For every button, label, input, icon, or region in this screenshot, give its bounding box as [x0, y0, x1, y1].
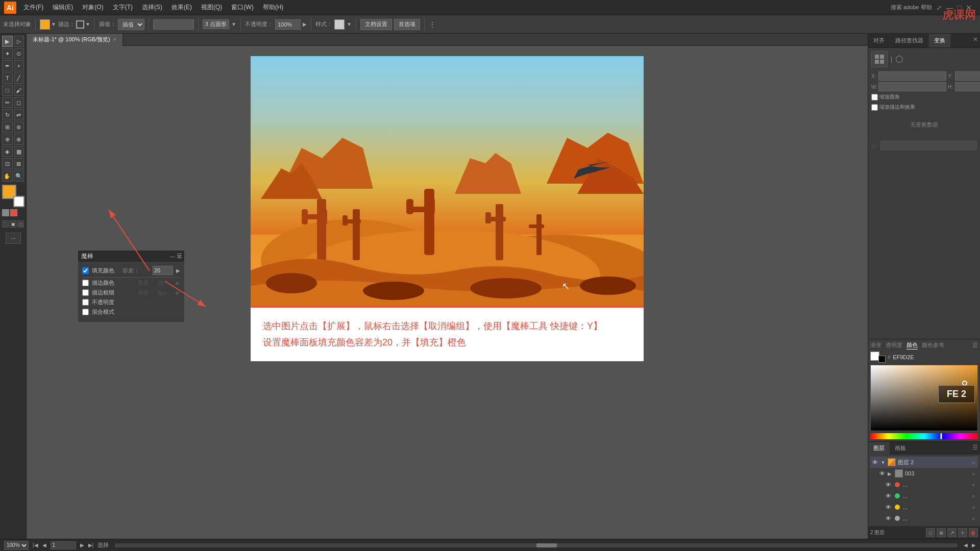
stroke-width-checkbox[interactable] [82, 289, 89, 296]
delete-layer-btn[interactable]: 🗑 [969, 528, 978, 537]
h-input[interactable] [955, 82, 980, 91]
presentation-btn[interactable]: ▢ [17, 220, 24, 228]
opacity-input[interactable] [275, 19, 301, 30]
gradient-tab[interactable]: 渐变 [870, 341, 881, 349]
w-input[interactable] [878, 82, 946, 91]
menu-edit[interactable]: 编辑(E) [48, 2, 77, 13]
shear-input[interactable] [880, 141, 977, 150]
style-arrow[interactable]: ▼ [347, 21, 352, 27]
stroke-arrow[interactable]: ▼ [85, 21, 90, 27]
sublayer-003-vis[interactable]: ○ [970, 471, 977, 477]
doc-settings-button[interactable]: 文档设置 [360, 19, 392, 30]
first-page-btn[interactable]: |◀ [33, 542, 38, 548]
layers-tab[interactable]: 图层 [868, 442, 890, 455]
reflect-tool[interactable]: ⇌ [14, 109, 24, 120]
menu-window[interactable]: 窗口(W) [227, 2, 257, 13]
screen-mode-btn[interactable]: ▣ [10, 220, 16, 228]
stroke-name-input[interactable] [153, 19, 194, 30]
eraser-tool[interactable]: ◻ [14, 97, 24, 108]
slice-tool[interactable]: ⊠ [14, 158, 24, 169]
background-color[interactable] [13, 196, 24, 207]
free-transform-tool[interactable]: ⊕ [2, 134, 13, 145]
color-item-red[interactable]: 👁 ... ○ [870, 479, 978, 490]
layer-2-eye[interactable]: 👁 [871, 459, 878, 466]
direct-selection-tool[interactable]: ▷ [14, 36, 24, 47]
layers-menu-btn[interactable]: ☰ [970, 442, 980, 455]
stroke-swatch[interactable] [76, 20, 84, 29]
sublayer-003-eye[interactable]: 👁 [878, 470, 886, 477]
scale-corners-checkbox[interactable] [871, 94, 878, 101]
new-layer-btn[interactable]: + [958, 528, 967, 537]
fill-color-swatch[interactable]: ▼ [40, 19, 56, 30]
color-green-vis[interactable]: ○ [970, 493, 977, 499]
color-yellow-eye[interactable]: 👁 [885, 504, 892, 511]
normal-mode-btn[interactable] [2, 209, 9, 216]
color-item-yellow[interactable]: 👁 ... ○ [870, 502, 978, 513]
move-to-new-btn[interactable]: ↗ [947, 528, 957, 537]
stroke-type-arrow[interactable]: ▼ [231, 21, 236, 27]
prev-page-btn[interactable]: ◀ [42, 542, 46, 548]
transparency-tab[interactable]: 透明度 [886, 341, 902, 349]
fill-tolerance-arrow[interactable]: ▶ [176, 268, 180, 273]
fill-color-checkbox[interactable] [82, 267, 89, 274]
selection-tool[interactable]: ▶ [2, 36, 13, 47]
preferences-button[interactable]: 首选项 [394, 19, 420, 30]
sublayer-003-expand[interactable]: ▶ [888, 471, 893, 477]
color-gray-vis[interactable]: ○ [970, 516, 977, 521]
zoom-select[interactable]: 100% 50% 200% [4, 541, 29, 550]
panel-menu-btn[interactable]: ☰ [175, 251, 184, 262]
sublayer-003-item[interactable]: 👁 ▶ 003 ○ [870, 468, 978, 479]
type-tool[interactable]: T [2, 72, 13, 84]
line-tool[interactable]: ╱ [14, 72, 24, 84]
document-tab[interactable]: 未标题-1* @ 100% (RGB/预览) × [27, 34, 123, 46]
warp-tool[interactable]: ⊛ [14, 121, 24, 133]
color-tab[interactable]: 颜色 [906, 341, 918, 349]
toolbar-options-icon[interactable]: ⋮ [429, 20, 436, 29]
opacity-arrow[interactable]: ▶ [303, 21, 307, 27]
color-green-eye[interactable]: 👁 [885, 492, 892, 499]
menu-select[interactable]: 选择(S) [138, 2, 166, 13]
fill-tolerance-input[interactable] [153, 266, 173, 275]
blend-mode-checkbox[interactable] [82, 309, 89, 315]
menu-help[interactable]: 帮助(H) [259, 2, 288, 13]
color-item-gray[interactable]: 👁 ... ○ [870, 513, 978, 524]
opacity-checkbox[interactable] [82, 299, 89, 306]
artboard-tab[interactable]: 画板 [890, 442, 911, 455]
layer-2-item[interactable]: 👁 ▼ 图层 2 ○ [870, 457, 978, 468]
make-mask-btn[interactable]: □ [926, 528, 935, 537]
rectangle-tool[interactable]: □ [2, 85, 13, 96]
menu-file[interactable]: 文件(F) [19, 2, 47, 13]
new-sublayer-btn[interactable]: ⊕ [937, 528, 946, 537]
align-tab[interactable]: 对齐 [868, 34, 890, 47]
full-screen-btn[interactable]: ⬛ [2, 220, 9, 228]
hex-input[interactable] [893, 354, 923, 360]
tab-close-btn[interactable]: × [113, 37, 116, 42]
hue-slider[interactable] [870, 433, 978, 439]
last-page-btn[interactable]: ▶| [88, 542, 94, 548]
y-input[interactable] [955, 71, 980, 81]
menu-view[interactable]: 视图(Q) [197, 2, 226, 13]
transform-3d-icon[interactable]: ⬡ [895, 54, 903, 65]
horizontal-scrollbar[interactable] [115, 543, 958, 547]
shape-builder-tool[interactable]: ⊗ [14, 134, 24, 145]
quick-mask-btn[interactable] [10, 209, 17, 216]
color-red-vis[interactable]: ○ [970, 482, 977, 488]
pencil-tool[interactable]: ✏ [2, 97, 13, 108]
fill-arrow[interactable]: ▼ [51, 21, 56, 27]
artwork-image[interactable]: ↖ [251, 56, 644, 306]
artboard-tool[interactable]: ⊡ [2, 158, 13, 169]
scroll-left-btn[interactable]: ◀ [964, 542, 968, 548]
scale-tool[interactable]: ⊞ [2, 121, 13, 133]
page-input[interactable] [51, 541, 76, 549]
more-tools-btn[interactable]: ··· [6, 233, 21, 244]
color-yellow-vis[interactable]: ○ [970, 505, 977, 510]
symbol-sprayer-tool[interactable]: ◈ [2, 146, 13, 157]
pen-tool[interactable]: ✒ [2, 60, 13, 71]
menu-text[interactable]: 文字(T) [109, 2, 137, 13]
rotate-tool[interactable]: ↻ [2, 109, 13, 120]
color-item-green[interactable]: 👁 ... ○ [870, 490, 978, 502]
layer-2-vis[interactable]: ○ [970, 460, 977, 465]
add-anchor-tool[interactable]: + [14, 60, 24, 71]
fill-swatch[interactable] [40, 19, 50, 30]
scale-stroke-checkbox[interactable] [871, 104, 878, 111]
